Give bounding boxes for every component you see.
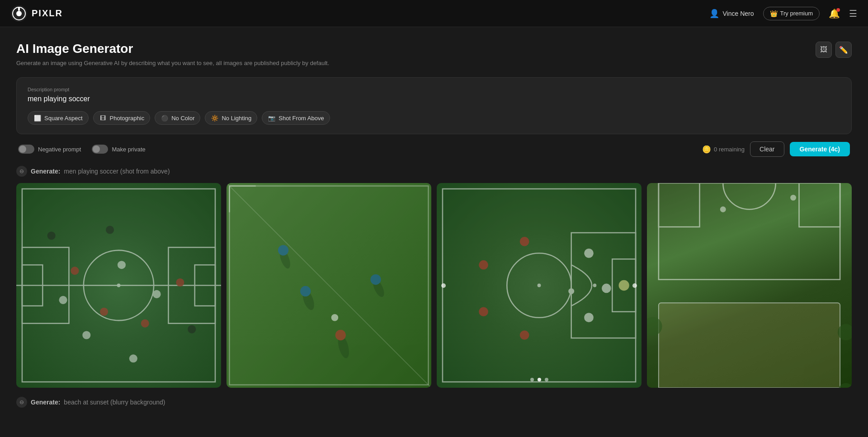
svg-point-14 [129, 354, 137, 362]
prompt-box: Description prompt men playing soccer ⬜ … [16, 77, 852, 134]
user-name: Vince Nero [723, 10, 754, 17]
crown-icon: 👑 [770, 10, 778, 17]
image-card-1[interactable] [16, 183, 221, 388]
svg-point-49 [584, 313, 594, 322]
svg-point-18 [71, 267, 79, 275]
tools-row: 🖼 ✏️ [816, 42, 852, 58]
svg-point-48 [602, 284, 611, 293]
svg-point-41 [538, 284, 541, 287]
bottom-generation-label: ⊖ Generate: beach at sunset (blurry back… [16, 397, 852, 408]
tag-photographic-label: Photographic [110, 115, 145, 122]
svg-rect-3 [18, 7, 20, 11]
remaining-badge: 🪙 0 remaining [702, 145, 745, 154]
negative-prompt-toggle-switch[interactable] [18, 145, 34, 154]
generation-label: ⊖ Generate: men playing soccer (shot fro… [16, 166, 852, 177]
premium-label: Try premium [780, 10, 813, 17]
user-icon: 👤 [709, 9, 719, 19]
svg-point-33 [278, 245, 288, 255]
user-menu[interactable]: 👤 Vince Nero [709, 9, 754, 19]
slider-right-dot[interactable] [632, 283, 637, 288]
edit-tool-button[interactable]: ✏️ [835, 42, 852, 58]
slider-left-dot[interactable] [441, 283, 446, 288]
tag-no-lighting[interactable]: 🔆 No Lighting [205, 111, 257, 125]
svg-point-45 [520, 237, 529, 246]
image-card-3[interactable] [437, 183, 642, 388]
tag-shot-from-above[interactable]: 📷 Shot From Above [262, 111, 330, 125]
negative-prompt-toggle[interactable]: Negative prompt [18, 145, 81, 154]
field-markings-1 [16, 183, 221, 388]
bottom-generation-icon: ⊖ [16, 397, 27, 408]
svg-rect-66 [659, 303, 840, 388]
svg-point-59 [790, 195, 796, 201]
notification-button[interactable]: 🔔 [829, 8, 840, 19]
svg-point-31 [370, 274, 381, 285]
tag-no-lighting-label: No Lighting [222, 115, 251, 122]
svg-point-20 [176, 278, 184, 287]
coin-icon: 🪙 [702, 145, 711, 154]
svg-point-50 [619, 280, 629, 291]
no-lighting-icon: 🔆 [211, 114, 219, 122]
slider-dot-3[interactable] [545, 378, 548, 381]
field-markings-3 [437, 183, 642, 388]
premium-button[interactable]: 👑 Try premium [763, 7, 820, 20]
prompt-text[interactable]: men playing soccer [28, 95, 840, 103]
image-card-2[interactable] [226, 183, 431, 388]
clear-button[interactable]: Clear [750, 141, 784, 157]
tags-row: ⬜ Square Aspect 🎞 Photographic ⚫ No Colo… [28, 111, 840, 125]
slider-dots [530, 378, 548, 381]
svg-point-13 [82, 331, 90, 339]
svg-point-27 [300, 286, 311, 296]
logo-text: PIXLR [32, 8, 63, 19]
svg-point-16 [118, 261, 126, 269]
svg-point-43 [479, 260, 488, 270]
svg-point-42 [593, 284, 597, 287]
make-private-toggle-switch[interactable] [92, 145, 108, 154]
tag-square-aspect[interactable]: ⬜ Square Aspect [28, 111, 89, 125]
pixlr-logo-icon [11, 5, 27, 22]
make-private-toggle[interactable]: Make private [92, 145, 145, 154]
controls-right: 🪙 0 remaining Clear Generate (4c) [702, 141, 850, 157]
main-content: AI Image Generator Generate an image usi… [0, 27, 868, 428]
controls-left: Negative prompt Make private [18, 145, 146, 154]
header: PIXLR 👤 Vince Nero 👑 Try premium 🔔 ☰ [0, 0, 868, 27]
image-1 [16, 183, 221, 388]
svg-point-60 [720, 207, 726, 212]
no-color-icon: ⚫ [160, 114, 169, 122]
shot-from-above-icon: 📷 [268, 114, 276, 122]
page-subtitle: Generate an image using Generative AI by… [16, 60, 329, 66]
hamburger-menu-button[interactable]: ☰ [849, 8, 857, 19]
tag-photographic[interactable]: 🎞 Photographic [93, 111, 151, 125]
negative-prompt-label: Negative prompt [38, 146, 81, 153]
bottom-generation-label-text: beach at sunset (blurry background) [64, 399, 165, 406]
generation-icon: ⊖ [16, 166, 27, 177]
generate-button[interactable]: Generate (4c) [790, 142, 850, 156]
image-tool-button[interactable]: 🖼 [816, 42, 832, 58]
remaining-count: 0 remaining [714, 146, 745, 153]
svg-point-47 [584, 249, 594, 258]
svg-point-21 [47, 231, 56, 240]
tag-no-color-label: No Color [171, 115, 194, 122]
prompt-label: Description prompt [28, 87, 840, 92]
tag-square-aspect-label: Square Aspect [44, 115, 83, 122]
svg-point-19 [141, 320, 149, 328]
image-4 [647, 183, 852, 388]
logo[interactable]: PIXLR [11, 5, 63, 22]
svg-point-29 [335, 330, 346, 340]
svg-point-34 [331, 314, 339, 321]
svg-point-15 [153, 290, 161, 298]
tag-no-color[interactable]: ⚫ No Color [155, 111, 200, 125]
generation-label-text: men playing soccer (shot from above) [64, 168, 170, 175]
field-markings-2 [226, 183, 431, 388]
generation-label-prefix: Generate: [31, 168, 60, 175]
controls-row: Negative prompt Make private 🪙 0 remaini… [16, 141, 852, 157]
header-right: 👤 Vince Nero 👑 Try premium 🔔 ☰ [709, 7, 857, 20]
svg-point-46 [520, 330, 529, 340]
image-grid [16, 183, 852, 388]
field-markings-4 [647, 183, 852, 388]
slider-dot-1[interactable] [530, 378, 534, 381]
slider-dot-2[interactable] [538, 378, 541, 381]
photographic-icon: 🎞 [99, 114, 107, 122]
image-card-4[interactable] [647, 183, 852, 388]
svg-rect-52 [659, 183, 840, 280]
tag-shot-from-above-label: Shot From Above [278, 115, 324, 122]
